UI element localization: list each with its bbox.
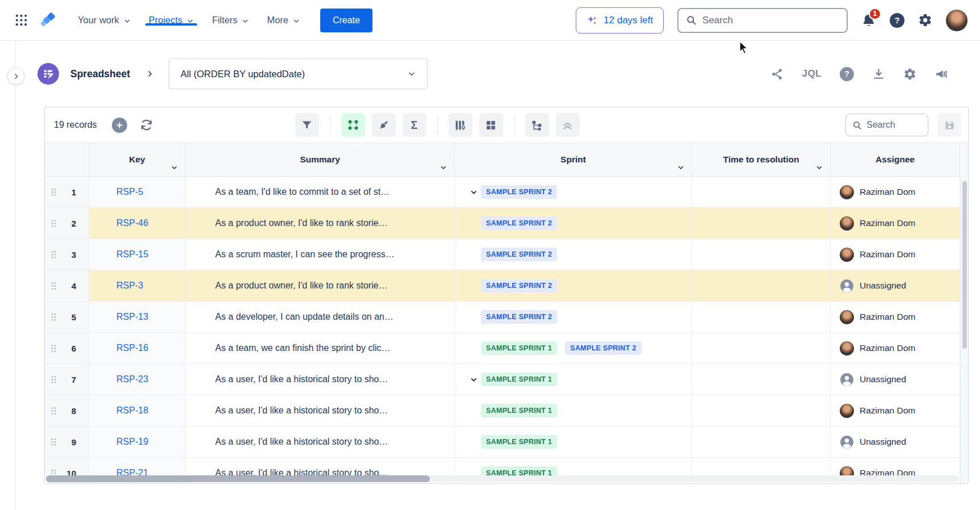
table-row[interactable]: 2RSP-46As a product owner, I'd like to r… (45, 208, 968, 239)
sprint-badge[interactable]: SAMPLE SPRINT 2 (481, 216, 557, 230)
sum-button[interactable]: Σ (403, 113, 426, 137)
row-number-cell[interactable]: 7 (45, 364, 89, 395)
column-header-assignee[interactable]: Assignee (831, 143, 960, 177)
table-row[interactable]: 5RSP-13As a developer, I can update deta… (45, 302, 968, 333)
time-to-resolution-cell[interactable] (692, 270, 831, 302)
assignee-cell[interactable]: Raziman Dom (831, 395, 960, 427)
global-search[interactable] (677, 8, 848, 33)
horizontal-scrollbar-thumb[interactable] (46, 475, 430, 482)
time-to-resolution-cell[interactable] (692, 177, 831, 208)
summary-cell[interactable]: As a user, I'd like a historical story t… (186, 427, 455, 458)
drag-handle-icon[interactable] (51, 219, 56, 228)
assignee-cell[interactable]: Raziman Dom (831, 177, 960, 208)
row-number-cell[interactable]: 5 (45, 302, 89, 333)
horizontal-scrollbar[interactable] (46, 475, 959, 482)
table-row[interactable]: 1RSP-5As a team, I'd like to commit to a… (45, 177, 968, 208)
drag-handle-icon[interactable] (51, 282, 56, 290)
help-icon[interactable]: ? (840, 67, 854, 81)
issue-key-link[interactable]: RSP-3 (116, 281, 143, 291)
sprint-badge[interactable]: SAMPLE SPRINT 2 (481, 310, 557, 324)
drag-handle-icon[interactable] (51, 438, 56, 446)
collapse-all-button[interactable] (556, 113, 580, 137)
row-number-header[interactable] (45, 143, 89, 177)
refresh-button[interactable] (140, 118, 153, 132)
summary-cell[interactable]: As a product owner, I'd like to rank sto… (186, 270, 455, 302)
row-number-cell[interactable]: 2 (45, 208, 89, 239)
cells-view-button[interactable] (341, 113, 365, 137)
hierarchy-button[interactable] (525, 113, 549, 137)
time-to-resolution-cell[interactable] (692, 333, 831, 364)
table-search-input[interactable] (866, 120, 922, 130)
view-selector-dropdown[interactable]: All (ORDER BY updatedDate) (169, 58, 428, 89)
drag-handle-icon[interactable] (51, 375, 56, 384)
help-button[interactable]: ? (890, 13, 904, 28)
summary-cell[interactable]: As a product owner, I'd like to rank sto… (186, 208, 455, 239)
sprint-cell[interactable]: SAMPLE SPRINT 2 (455, 208, 692, 239)
time-to-resolution-cell[interactable] (692, 427, 831, 458)
apps-grid-icon[interactable] (15, 14, 28, 27)
sprint-cell[interactable]: SAMPLE SPRINT 2 (455, 270, 692, 302)
row-number-cell[interactable]: 4 (45, 270, 89, 302)
key-cell[interactable]: RSP-5 (89, 177, 186, 208)
table-row[interactable]: 4RSP-3As a product owner, I'd like to ra… (45, 270, 968, 302)
paintbrush-button[interactable] (372, 113, 396, 137)
key-cell[interactable]: RSP-23 (89, 364, 186, 395)
issue-key-link[interactable]: RSP-13 (116, 312, 148, 322)
sprint-badge[interactable]: SAMPLE SPRINT 2 (565, 341, 641, 355)
time-to-resolution-cell[interactable] (692, 208, 831, 239)
key-cell[interactable]: RSP-13 (89, 302, 186, 333)
issue-key-link[interactable]: RSP-23 (116, 374, 148, 384)
gear-icon[interactable] (903, 68, 916, 81)
table-search[interactable] (845, 114, 928, 136)
sprint-badge[interactable]: SAMPLE SPRINT 1 (481, 404, 557, 417)
sprint-badge[interactable]: SAMPLE SPRINT 2 (481, 248, 557, 261)
table-row[interactable]: 6RSP-16As a team, we can finish the spri… (45, 333, 968, 364)
nav-item-more[interactable]: More (258, 15, 309, 26)
key-cell[interactable]: RSP-18 (89, 395, 186, 427)
key-cell[interactable]: RSP-19 (89, 427, 186, 458)
download-icon[interactable] (872, 68, 885, 81)
summary-cell[interactable]: As a team, we can finish the sprint by c… (186, 333, 455, 364)
summary-cell[interactable]: As a user, I'd like a historical story t… (186, 395, 455, 427)
table-row[interactable]: 9RSP-19As a user, I'd like a historical … (45, 427, 968, 458)
jira-logo[interactable] (39, 12, 56, 29)
vertical-scrollbar-thumb[interactable] (962, 181, 967, 349)
sprint-badge[interactable]: SAMPLE SPRINT 2 (481, 279, 557, 292)
key-cell[interactable]: RSP-46 (89, 208, 186, 239)
key-cell[interactable]: RSP-15 (89, 239, 186, 270)
global-search-input[interactable] (702, 15, 839, 26)
sprint-cell[interactable]: SAMPLE SPRINT 1 (455, 427, 692, 458)
issue-key-link[interactable]: RSP-5 (116, 187, 143, 197)
expand-sidebar-button[interactable] (7, 68, 24, 85)
sprint-badge[interactable]: SAMPLE SPRINT 1 (481, 435, 557, 449)
issue-key-link[interactable]: RSP-16 (116, 343, 148, 353)
summary-cell[interactable]: As a user, I'd like a historical story t… (186, 364, 455, 395)
drag-handle-icon[interactable] (51, 344, 56, 353)
column-header-sprint[interactable]: Sprint (455, 143, 692, 177)
page-title[interactable]: Spreadsheet (70, 68, 130, 80)
assignee-cell[interactable]: Raziman Dom (831, 208, 960, 239)
filter-button[interactable] (295, 113, 319, 137)
sprint-badge[interactable]: SAMPLE SPRINT 1 (481, 341, 557, 355)
assignee-cell[interactable]: Unassigned (831, 270, 960, 302)
sprint-cell[interactable]: SAMPLE SPRINT 2 (455, 302, 692, 333)
expand-chevron-icon[interactable] (466, 376, 481, 383)
nav-item-your-work[interactable]: Your work (69, 15, 140, 26)
issue-key-link[interactable]: RSP-19 (116, 437, 148, 447)
drag-handle-icon[interactable] (51, 407, 56, 415)
column-header-summary[interactable]: Summary (186, 143, 455, 177)
sprint-cell[interactable]: SAMPLE SPRINT 2 (455, 239, 692, 270)
drag-handle-icon[interactable] (51, 250, 56, 259)
nav-item-projects[interactable]: Projects (140, 15, 203, 26)
column-header-key[interactable]: Key (89, 143, 186, 177)
sprint-badge[interactable]: SAMPLE SPRINT 1 (481, 373, 557, 386)
sprint-cell[interactable]: SAMPLE SPRINT 2 (455, 177, 692, 208)
jql-button[interactable]: JQL (802, 68, 822, 80)
create-button[interactable]: Create (320, 9, 372, 32)
grid-view-button[interactable] (479, 113, 503, 137)
save-view-button[interactable] (937, 113, 961, 137)
row-number-cell[interactable]: 6 (45, 333, 89, 364)
row-number-cell[interactable]: 8 (45, 395, 89, 427)
row-number-cell[interactable]: 1 (45, 177, 89, 208)
time-to-resolution-cell[interactable] (692, 239, 831, 270)
